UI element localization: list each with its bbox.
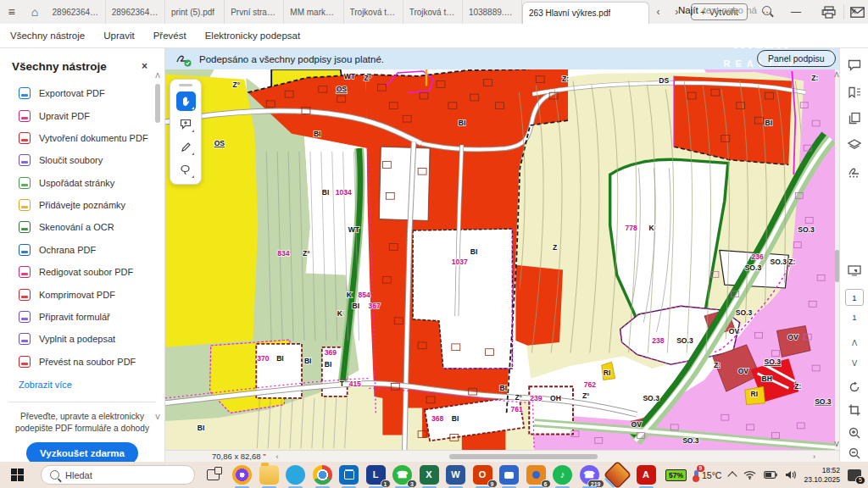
pdf-page-map[interactable]: Z°OSWTZ°OSBIBIBIZ:DSZ:BI1034834Z°WT778KZ… [165, 69, 835, 450]
chrome-icon[interactable] [313, 465, 332, 485]
tab-back-icon[interactable]: ‹ [649, 0, 668, 24]
scroll-right-icon[interactable]: › [813, 452, 815, 461]
sidebar-item-export-pdf[interactable]: Exportovat PDF [0, 82, 164, 104]
draw-tool[interactable] [176, 137, 196, 157]
microsoft-store-icon[interactable] [339, 465, 359, 485]
battery-percent-widget[interactable]: 57% [665, 469, 687, 481]
excel-icon[interactable]: X [420, 465, 439, 485]
document-tab[interactable]: print (5).pdf [165, 0, 225, 24]
minimize-button[interactable]: — [782, 0, 810, 24]
spotify-icon[interactable]: ♪ [553, 465, 572, 485]
acrobat-icon[interactable]: A [637, 465, 656, 485]
scroll-up-icon[interactable]: ᐱ [154, 72, 161, 80]
rotate-icon[interactable] [846, 379, 863, 396]
sidebar-item-fill-sign[interactable]: Vyplnit a podepsat [0, 328, 164, 350]
menu-edit[interactable]: Upravit [103, 30, 134, 41]
sidebar-item-edit-pdf[interactable]: Upravit PDF [0, 104, 164, 126]
sidebar-item-create-pdf[interactable]: Vytvoření dokumentu PDF [0, 127, 164, 149]
page-number-input[interactable]: 1 [845, 289, 864, 306]
compass-app-icon[interactable] [604, 461, 632, 488]
battery-icon[interactable] [764, 471, 777, 479]
svg-text:Z: Z [553, 243, 557, 252]
l-app-icon[interactable]: L 1 [366, 465, 386, 485]
menu-convert[interactable]: Převést [153, 30, 186, 41]
mail-app-icon[interactable]: O 9 [473, 465, 492, 485]
home-icon[interactable]: ⌂ [23, 0, 46, 24]
svg-text:Z°: Z° [303, 249, 310, 258]
start-button[interactable] [0, 462, 34, 488]
find-bar[interactable]: Najít text nebo ná [678, 5, 771, 15]
info-app-icon[interactable]: 6 [526, 465, 546, 485]
document-tab[interactable]: První strana... [225, 0, 284, 24]
divider [8, 402, 156, 402]
speaker-icon[interactable] [785, 470, 796, 480]
svg-text:SO.3: SO.3 [682, 436, 699, 445]
document-tab[interactable]: 263 Hlavní výkres.pdf [522, 2, 649, 24]
page-up-icon[interactable]: ᐱ [846, 335, 863, 352]
zoom-out-icon[interactable] [846, 445, 863, 462]
close-icon[interactable]: × [136, 58, 153, 74]
sidebar-item-protect-pdf[interactable]: Ochrana PDF [0, 239, 164, 261]
sidebar-item-redact-pdf[interactable]: Redigovat soubor PDF [0, 261, 164, 283]
scroll-down-icon[interactable]: ᐯ [154, 413, 161, 421]
svg-text:SO.3: SO.3 [765, 358, 782, 366]
svg-text:Z°: Z° [582, 391, 590, 400]
map-horizontal-scrollbar[interactable] [449, 454, 598, 459]
weather-widget[interactable]: 9 15°C [694, 470, 721, 480]
sidebar-item-prepare-form[interactable]: Připravit formulář [0, 306, 164, 328]
sidebar-item-scan-ocr[interactable]: Skenování a OCR [0, 216, 164, 238]
sidebar-item-organize-pages[interactable]: Uspořádat stránky [0, 172, 164, 194]
wifi-icon[interactable] [743, 470, 756, 480]
sidebar-item-combine-files[interactable]: Sloučit soubory [0, 149, 164, 171]
tray-expand-icon[interactable] [728, 471, 737, 480]
taskbar-search-input[interactable]: Hledat [41, 465, 195, 485]
bookmarks-icon[interactable] [846, 84, 863, 101]
sidebar-item-compress-pdf[interactable]: Komprimovat PDF [0, 283, 164, 305]
document-tab[interactable]: 2896236480... [47, 0, 106, 24]
whatsapp-icon[interactable]: ☎ 3 [392, 465, 412, 485]
meeting-app-icon[interactable] [499, 465, 519, 485]
sidebar-scrollbar[interactable]: ᐱ ᐯ [154, 74, 161, 413]
drag-handle[interactable] [179, 84, 192, 86]
zoom-in-icon[interactable] [846, 424, 863, 441]
document-tab[interactable]: Trojková tab... [344, 0, 403, 24]
task-view-icon[interactable] [202, 464, 224, 486]
privacy-app-icon[interactable] [232, 465, 252, 485]
svg-text:BI: BI [452, 414, 459, 423]
hamburger-menu-icon[interactable]: ≡ [0, 0, 23, 24]
show-more-link[interactable]: Zobrazit více [0, 373, 164, 390]
print-icon[interactable] [819, 3, 839, 21]
document-tab[interactable]: 1038889.pdf [463, 0, 522, 24]
hand-tool[interactable] [176, 92, 196, 111]
notification-center-icon[interactable]: 5 [848, 469, 861, 481]
lasso-tool[interactable] [176, 160, 196, 180]
crop-icon[interactable] [846, 402, 863, 419]
menu-esign[interactable]: Elektronicky podepsat [205, 30, 301, 41]
viber-icon[interactable]: ☎ 219 [580, 465, 599, 485]
scroll-left-icon[interactable]: ‹ [276, 452, 279, 461]
pages-icon[interactable] [846, 109, 863, 126]
document-tab[interactable]: Trojková tab... [403, 0, 463, 24]
clock[interactable]: 18:52 23.10.2025 [804, 466, 840, 484]
reading-mode-icon[interactable] [846, 262, 863, 279]
svg-text:854: 854 [359, 291, 371, 299]
document-tab[interactable]: MM marketi... [284, 0, 343, 24]
signature-icon[interactable] [846, 164, 863, 180]
file-explorer-icon[interactable] [259, 465, 279, 485]
comments-icon[interactable] [846, 57, 863, 74]
word-icon[interactable]: W [446, 465, 465, 485]
add-comment-tool[interactable] [176, 114, 196, 134]
tool-icon [19, 177, 31, 189]
page-down-icon[interactable]: ᐯ [846, 355, 863, 372]
browser-app-icon[interactable] [286, 465, 305, 485]
signature-panel-button[interactable]: Panel podpisu [757, 50, 836, 67]
sidebar-item-add-comments[interactable]: Přidávejte poznámky [0, 194, 164, 216]
menu-all-tools[interactable]: Všechny nástroje [10, 30, 85, 41]
document-tab[interactable]: 2896236480... [106, 0, 165, 24]
tool-icon [19, 289, 31, 301]
sidebar-item-convert-pdf[interactable]: Převést na soubor PDF [0, 351, 164, 373]
layers-icon[interactable] [846, 136, 863, 153]
zoning-map[interactable]: Z°OSWTZ°OSBIBIBIZ:DSZ:BI1034834Z°WT778KZ… [165, 69, 835, 450]
mail-icon[interactable] [847, 3, 867, 21]
svg-text:370: 370 [257, 354, 270, 363]
